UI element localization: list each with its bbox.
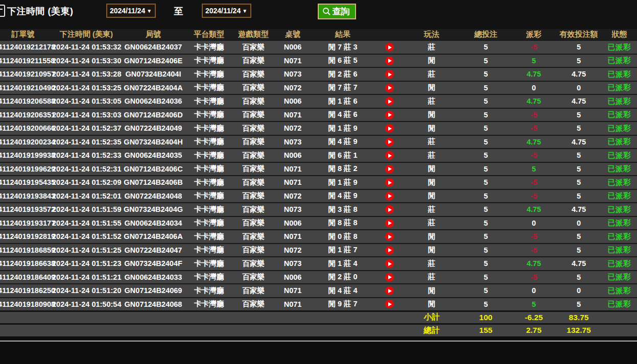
game-cell: 百家樂: [232, 257, 275, 271]
query-button[interactable]: 查詢: [318, 4, 356, 19]
play-icon[interactable]: [385, 192, 394, 201]
play-cell: [375, 67, 404, 81]
result-cell: 閒 1 莊 7: [311, 244, 375, 257]
play-icon[interactable]: [385, 273, 394, 282]
hall-cell: 卡卡灣廳: [186, 271, 232, 284]
total-cell: 5: [460, 67, 512, 81]
payout-cell: 4.75: [512, 257, 556, 271]
column-header-12: 狀態: [602, 29, 637, 40]
column-header-7: [375, 29, 404, 40]
play-icon[interactable]: [385, 246, 394, 255]
table-cell: N073: [275, 203, 311, 216]
round-cell: GN07224B2404A: [121, 81, 186, 95]
play-triangle-icon: [388, 181, 392, 185]
bet-cell: 閒: [404, 230, 460, 244]
round-cell: GN07124B2406A: [121, 230, 186, 244]
status-cell: 已派彩: [602, 67, 637, 81]
play-icon[interactable]: [385, 300, 394, 308]
result-cell: 閒 7 莊 3: [311, 40, 375, 54]
bet-cell: 莊: [404, 149, 460, 162]
total-cell: 5: [460, 230, 512, 244]
play-icon[interactable]: [385, 97, 394, 106]
play-cell: [375, 216, 404, 230]
round-cell: GN07224B24047: [121, 244, 186, 257]
play-icon[interactable]: [385, 286, 394, 295]
play-icon[interactable]: [385, 205, 394, 214]
play-icon[interactable]: [385, 57, 394, 65]
play-triangle-icon: [388, 194, 392, 198]
table-row: 2411240191868592024-11-24 01:51:25GN0722…: [0, 244, 637, 257]
play-cell: [375, 244, 404, 257]
round-cell: GN07324B2404H: [121, 135, 186, 149]
play-icon[interactable]: [385, 151, 394, 160]
play-icon[interactable]: [385, 124, 394, 133]
table-row: 2411240191809082024-11-24 01:50:54GN0712…: [0, 298, 637, 311]
play-icon[interactable]: [385, 70, 394, 79]
game-cell: 百家樂: [232, 203, 275, 216]
bet-cell: 莊: [404, 271, 460, 284]
play-icon[interactable]: [385, 111, 394, 119]
result-cell: 閒 4 莊 9: [311, 189, 375, 203]
date-to-select[interactable]: 2024/11/24 ▼: [202, 4, 251, 18]
time-cell: 2024-11-24 01:51:52: [52, 230, 121, 244]
grand-total-total-bet: 155: [460, 324, 512, 336]
subtotal-payout: -6.25: [512, 311, 556, 324]
round-cell: GN00624B24035: [121, 149, 186, 162]
table-row: 2411240192121782024-11-24 01:53:32GN0062…: [0, 40, 637, 54]
play-icon[interactable]: [385, 219, 394, 228]
play-icon[interactable]: [385, 84, 394, 92]
play-icon[interactable]: [385, 232, 394, 241]
round-cell: GN07224B24049: [121, 122, 186, 135]
time-cell: 2024-11-24 01:53:25: [52, 81, 121, 95]
total-cell: 5: [460, 122, 512, 135]
status-cell: 已派彩: [602, 81, 637, 95]
table-cell: N073: [275, 257, 311, 271]
to-label: 至: [174, 5, 183, 17]
table-row: 2411240192002342024-11-24 01:52:35GN0732…: [0, 135, 637, 149]
play-icon[interactable]: [385, 165, 394, 174]
play-triangle-icon: [388, 262, 392, 266]
hall-cell: 卡卡灣廳: [186, 257, 232, 271]
order-cell: 241124019180908: [0, 298, 52, 311]
payout-cell: -5: [512, 108, 556, 122]
bet-records-table: 訂單號下注時間 (美東)局號平台類型遊戲類型桌號結果玩法總投注派彩有效投注額狀態…: [0, 29, 637, 336]
table-cell: N072: [275, 122, 311, 135]
payout-cell: 0: [512, 81, 556, 95]
bet-cell: 閒: [404, 244, 460, 257]
game-cell: 百家樂: [232, 94, 275, 108]
game-cell: 百家樂: [232, 122, 275, 135]
column-header-8: 玩法: [404, 29, 460, 40]
game-cell: 百家樂: [232, 176, 275, 189]
table-cell: N071: [275, 162, 311, 176]
result-cell: 閒 1 莊 6: [311, 94, 375, 108]
round-cell: GN07124B24068: [121, 298, 186, 311]
table-cell: N071: [275, 298, 311, 311]
payout-cell: 4.75: [512, 67, 556, 81]
column-header-3: 平台類型: [186, 29, 232, 40]
valid-cell: 4.75: [556, 67, 602, 81]
play-icon[interactable]: [385, 43, 394, 52]
order-cell: 241124019199629: [0, 162, 52, 176]
table-row: 2411240192063512024-11-24 01:53:03GN0712…: [0, 108, 637, 122]
grand-total-label: 總計: [404, 324, 460, 336]
total-cell: 5: [460, 203, 512, 216]
play-icon[interactable]: [385, 259, 394, 268]
game-cell: 百家樂: [232, 271, 275, 284]
play-icon[interactable]: [385, 138, 394, 147]
valid-cell: 5: [556, 108, 602, 122]
subtotal-total-bet: 100: [460, 311, 512, 324]
play-icon[interactable]: [385, 178, 394, 187]
status-cell: 已派彩: [602, 257, 637, 271]
game-cell: 百家樂: [232, 54, 275, 68]
date-from-select[interactable]: 2024/11/24 ▼: [106, 4, 156, 18]
bottom-divider: [0, 341, 637, 342]
payout-cell: 5: [512, 54, 556, 68]
order-cell: 241124019193843: [0, 189, 52, 203]
game-cell: 百家樂: [232, 298, 275, 311]
column-header-11: 有效投注額: [556, 29, 602, 40]
play-cell: [375, 149, 404, 162]
game-cell: 百家樂: [232, 216, 275, 230]
round-cell: GN07124B2406C: [121, 162, 186, 176]
play-cell: [375, 94, 404, 108]
time-cell: 2024-11-24 01:51:23: [52, 257, 121, 271]
